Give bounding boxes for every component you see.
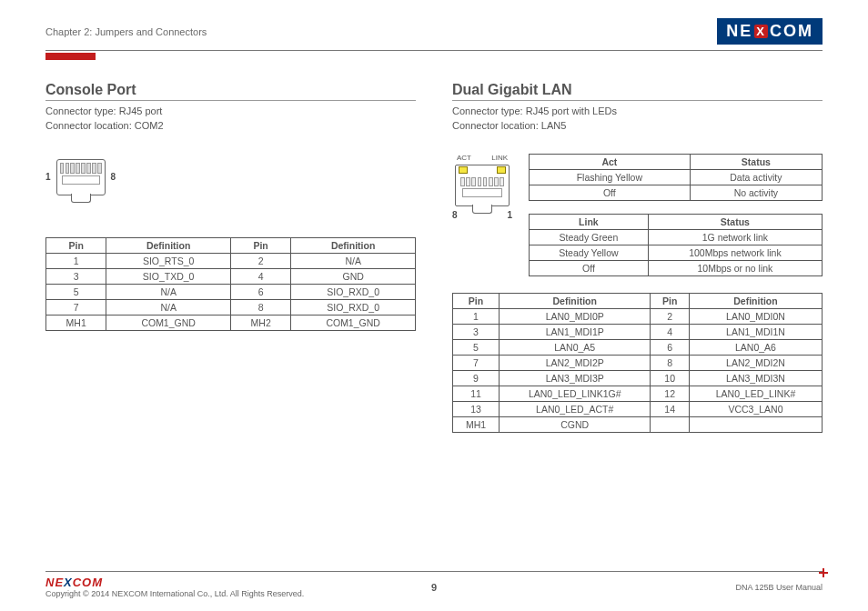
cell: 1G network link xyxy=(648,229,822,245)
table-row: Steady Yellow100Mbps network link xyxy=(530,245,823,260)
logo-text-pre: NE xyxy=(726,22,752,41)
cell: LAN0_LED_ACT# xyxy=(500,401,651,416)
led-act-label: ACT xyxy=(457,154,471,162)
cell: 2 xyxy=(230,253,290,268)
footer-logo-pre: NE xyxy=(45,576,64,589)
cell: 2 xyxy=(651,308,690,324)
rj45-led-icon: ACT LINK xyxy=(455,165,510,206)
table-row: Off10Mbps or no link xyxy=(530,260,823,275)
footer-left: NEXCOM Copyright © 2014 NEXCOM Internati… xyxy=(45,576,304,598)
table-row: 5N/A6SIO_RXD_0 xyxy=(46,284,416,299)
cell: 11 xyxy=(453,386,500,401)
console-connector-graphic: 1 8 xyxy=(45,159,416,195)
section-rule xyxy=(452,100,823,101)
cell: 1 xyxy=(46,253,106,268)
cell: 5 xyxy=(453,339,500,355)
page-number: 9 xyxy=(431,582,437,593)
cell: LAN0_LED_LINK1G# xyxy=(500,386,651,401)
cell: Flashing Yellow xyxy=(530,169,691,185)
content-columns: Console Port Connector type: RJ45 port C… xyxy=(45,82,823,433)
doc-title: DNA 125B User Manual xyxy=(735,583,823,592)
footer-logo-x: X xyxy=(64,576,73,589)
table-row: MH1COM1_GNDMH2COM1_GND xyxy=(46,315,416,330)
cell: 7 xyxy=(453,355,500,370)
cell: 4 xyxy=(651,324,690,339)
console-conn-loc: Connector location: COM2 xyxy=(45,119,416,134)
cell: LAN2_MDI2P xyxy=(500,355,651,370)
cell: 6 xyxy=(651,339,690,355)
cell: N/A xyxy=(291,253,416,268)
rj45-icon xyxy=(56,159,106,195)
cell: 5 xyxy=(46,284,106,299)
cell: N/A xyxy=(106,284,231,299)
cell xyxy=(651,416,690,432)
col-link: Link xyxy=(530,214,649,229)
cell: MH1 xyxy=(453,416,500,432)
cell: LAN0_LED_LINK# xyxy=(689,386,822,401)
cell: VCC3_LAN0 xyxy=(689,401,822,416)
cell xyxy=(689,416,822,432)
lan-pin-table: Pin Definition Pin Definition 1LAN0_MDI0… xyxy=(452,293,823,433)
cell: 8 xyxy=(230,299,290,315)
chapter-label: Chapter 2: Jumpers and Connectors xyxy=(45,26,207,37)
act-led-table: Act Status Flashing YellowData activityO… xyxy=(529,154,823,201)
col-pin: Pin xyxy=(230,237,290,253)
logo-text-post: COM xyxy=(770,22,813,41)
cell: COM1_GND xyxy=(106,315,231,330)
lan-conn-loc: Connector location: LAN5 xyxy=(452,119,823,134)
cell: 8 xyxy=(651,355,690,370)
cell: SIO_TXD_0 xyxy=(106,268,231,284)
link-led-table: Link Status Steady Green1G network linkS… xyxy=(529,214,823,276)
col-def: Definition xyxy=(106,237,231,253)
console-pin-right: 8 xyxy=(111,172,116,182)
cell: Steady Yellow xyxy=(530,245,649,260)
cell: LAN3_MDI3P xyxy=(500,370,651,386)
col-def: Definition xyxy=(291,237,416,253)
section-rule xyxy=(45,100,416,101)
cell: 10Mbps or no link xyxy=(648,260,822,275)
cell: SIO_RXD_0 xyxy=(291,284,416,299)
cell: LAN0_A6 xyxy=(689,339,822,355)
table-row: 3SIO_TXD_04GND xyxy=(46,268,416,284)
lan-conn-type: Connector type: RJ45 port with LEDs xyxy=(452,105,823,119)
act-led-icon xyxy=(459,166,468,174)
cell: 3 xyxy=(46,268,106,284)
lan-pin-right: 1 xyxy=(507,210,512,220)
cell: No activity xyxy=(690,185,822,200)
cell: LAN3_MDI3N xyxy=(689,370,822,386)
cell: MH2 xyxy=(230,315,290,330)
cell: CGND xyxy=(500,416,651,432)
table-row: 1SIO_RTS_02N/A xyxy=(46,253,416,268)
table-header-row: Pin Definition Pin Definition xyxy=(453,293,823,308)
table-row: OffNo activity xyxy=(530,185,823,200)
lan-connector-graphic: ACT LINK 8 1 xyxy=(452,154,512,220)
table-row: 7LAN2_MDI2P8LAN2_MDI2N xyxy=(453,355,823,370)
brand-logo: NE X COM xyxy=(717,18,823,45)
table-row: 5LAN0_A56LAN0_A6 xyxy=(453,339,823,355)
cell: LAN0_MDI0N xyxy=(689,308,822,324)
led-link-label: LINK xyxy=(491,154,508,162)
cell: LAN1_MDI1P xyxy=(500,324,651,339)
table-row: Flashing YellowData activity xyxy=(530,169,823,185)
col-pin: Pin xyxy=(46,237,106,253)
col-pin: Pin xyxy=(651,293,690,308)
lan-pin-left: 8 xyxy=(452,210,458,220)
table-row: Steady Green1G network link xyxy=(530,229,823,245)
table-header-row: Link Status xyxy=(530,214,823,229)
cell: Off xyxy=(530,185,691,200)
table-row: 1LAN0_MDI0P2LAN0_MDI0N xyxy=(453,308,823,324)
table-header-row: Pin Definition Pin Definition xyxy=(46,237,416,253)
cell: LAN0_A5 xyxy=(500,339,651,355)
cell: N/A xyxy=(106,299,231,315)
cell: GND xyxy=(291,268,416,284)
page-header: Chapter 2: Jumpers and Connectors NE X C… xyxy=(45,18,823,45)
cell: SIO_RTS_0 xyxy=(106,253,231,268)
col-def: Definition xyxy=(500,293,651,308)
cell: MH1 xyxy=(46,315,106,330)
lan-section: Dual Gigabit LAN Connector type: RJ45 po… xyxy=(452,82,823,433)
cell: Steady Green xyxy=(530,229,649,245)
table-row: 7N/A8SIO_RXD_0 xyxy=(46,299,416,315)
cell: 7 xyxy=(46,299,106,315)
cell: Data activity xyxy=(690,169,822,185)
cell: 12 xyxy=(651,386,690,401)
